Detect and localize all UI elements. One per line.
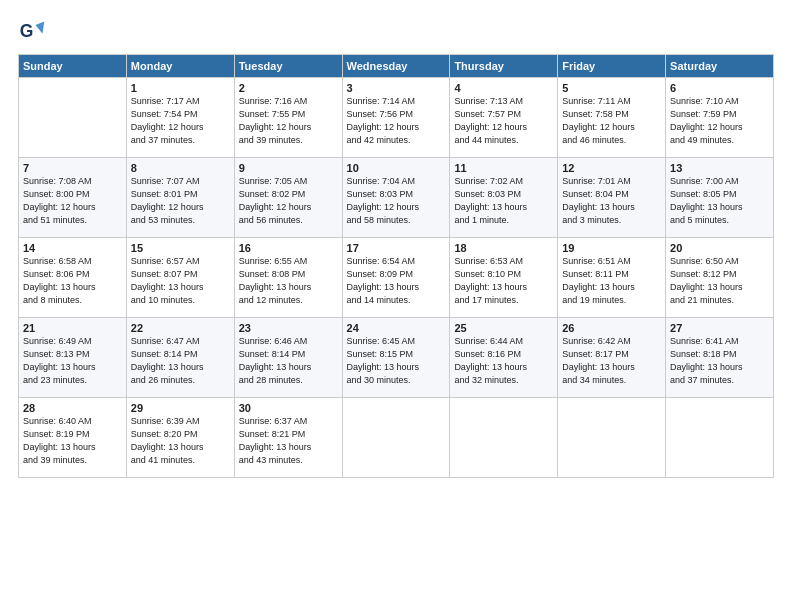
day-number: 22	[131, 322, 230, 334]
day-number: 12	[562, 162, 661, 174]
header-cell-saturday: Saturday	[666, 55, 774, 78]
day-number: 25	[454, 322, 553, 334]
svg-marker-1	[36, 22, 45, 34]
day-number: 26	[562, 322, 661, 334]
cell-info: Sunrise: 6:44 AM Sunset: 8:16 PM Dayligh…	[454, 335, 553, 387]
day-number: 29	[131, 402, 230, 414]
day-number: 23	[239, 322, 338, 334]
week-row-1: 1Sunrise: 7:17 AM Sunset: 7:54 PM Daylig…	[19, 78, 774, 158]
day-number: 6	[670, 82, 769, 94]
calendar-cell	[342, 398, 450, 478]
header-cell-wednesday: Wednesday	[342, 55, 450, 78]
cell-info: Sunrise: 6:39 AM Sunset: 8:20 PM Dayligh…	[131, 415, 230, 467]
cell-info: Sunrise: 6:46 AM Sunset: 8:14 PM Dayligh…	[239, 335, 338, 387]
header-cell-friday: Friday	[558, 55, 666, 78]
day-number: 2	[239, 82, 338, 94]
cell-info: Sunrise: 7:08 AM Sunset: 8:00 PM Dayligh…	[23, 175, 122, 227]
calendar-cell: 15Sunrise: 6:57 AM Sunset: 8:07 PM Dayli…	[126, 238, 234, 318]
cell-info: Sunrise: 7:01 AM Sunset: 8:04 PM Dayligh…	[562, 175, 661, 227]
header-cell-thursday: Thursday	[450, 55, 558, 78]
cell-info: Sunrise: 7:05 AM Sunset: 8:02 PM Dayligh…	[239, 175, 338, 227]
calendar-cell: 28Sunrise: 6:40 AM Sunset: 8:19 PM Dayli…	[19, 398, 127, 478]
cell-info: Sunrise: 7:07 AM Sunset: 8:01 PM Dayligh…	[131, 175, 230, 227]
day-number: 3	[347, 82, 446, 94]
svg-text:G: G	[20, 21, 34, 41]
cell-info: Sunrise: 6:40 AM Sunset: 8:19 PM Dayligh…	[23, 415, 122, 467]
calendar-cell: 17Sunrise: 6:54 AM Sunset: 8:09 PM Dayli…	[342, 238, 450, 318]
day-number: 13	[670, 162, 769, 174]
calendar-cell: 12Sunrise: 7:01 AM Sunset: 8:04 PM Dayli…	[558, 158, 666, 238]
calendar-cell: 16Sunrise: 6:55 AM Sunset: 8:08 PM Dayli…	[234, 238, 342, 318]
cell-info: Sunrise: 6:57 AM Sunset: 8:07 PM Dayligh…	[131, 255, 230, 307]
cell-info: Sunrise: 7:16 AM Sunset: 7:55 PM Dayligh…	[239, 95, 338, 147]
day-number: 10	[347, 162, 446, 174]
cell-info: Sunrise: 7:02 AM Sunset: 8:03 PM Dayligh…	[454, 175, 553, 227]
cell-info: Sunrise: 7:10 AM Sunset: 7:59 PM Dayligh…	[670, 95, 769, 147]
day-number: 8	[131, 162, 230, 174]
day-number: 9	[239, 162, 338, 174]
calendar-cell: 25Sunrise: 6:44 AM Sunset: 8:16 PM Dayli…	[450, 318, 558, 398]
cell-info: Sunrise: 6:49 AM Sunset: 8:13 PM Dayligh…	[23, 335, 122, 387]
calendar-cell: 18Sunrise: 6:53 AM Sunset: 8:10 PM Dayli…	[450, 238, 558, 318]
calendar-cell: 1Sunrise: 7:17 AM Sunset: 7:54 PM Daylig…	[126, 78, 234, 158]
calendar-cell: 5Sunrise: 7:11 AM Sunset: 7:58 PM Daylig…	[558, 78, 666, 158]
cell-info: Sunrise: 6:45 AM Sunset: 8:15 PM Dayligh…	[347, 335, 446, 387]
calendar-cell: 29Sunrise: 6:39 AM Sunset: 8:20 PM Dayli…	[126, 398, 234, 478]
calendar-cell: 13Sunrise: 7:00 AM Sunset: 8:05 PM Dayli…	[666, 158, 774, 238]
calendar-cell	[558, 398, 666, 478]
calendar-cell: 14Sunrise: 6:58 AM Sunset: 8:06 PM Dayli…	[19, 238, 127, 318]
cell-info: Sunrise: 6:54 AM Sunset: 8:09 PM Dayligh…	[347, 255, 446, 307]
calendar-cell: 30Sunrise: 6:37 AM Sunset: 8:21 PM Dayli…	[234, 398, 342, 478]
week-row-3: 14Sunrise: 6:58 AM Sunset: 8:06 PM Dayli…	[19, 238, 774, 318]
day-number: 16	[239, 242, 338, 254]
day-number: 17	[347, 242, 446, 254]
day-number: 30	[239, 402, 338, 414]
day-number: 27	[670, 322, 769, 334]
calendar-cell: 19Sunrise: 6:51 AM Sunset: 8:11 PM Dayli…	[558, 238, 666, 318]
cell-info: Sunrise: 6:55 AM Sunset: 8:08 PM Dayligh…	[239, 255, 338, 307]
cell-info: Sunrise: 6:51 AM Sunset: 8:11 PM Dayligh…	[562, 255, 661, 307]
calendar-table: SundayMondayTuesdayWednesdayThursdayFrid…	[18, 54, 774, 478]
cell-info: Sunrise: 7:17 AM Sunset: 7:54 PM Dayligh…	[131, 95, 230, 147]
calendar-cell: 21Sunrise: 6:49 AM Sunset: 8:13 PM Dayli…	[19, 318, 127, 398]
cell-info: Sunrise: 7:04 AM Sunset: 8:03 PM Dayligh…	[347, 175, 446, 227]
week-row-5: 28Sunrise: 6:40 AM Sunset: 8:19 PM Dayli…	[19, 398, 774, 478]
calendar-cell: 22Sunrise: 6:47 AM Sunset: 8:14 PM Dayli…	[126, 318, 234, 398]
calendar-cell: 8Sunrise: 7:07 AM Sunset: 8:01 PM Daylig…	[126, 158, 234, 238]
header-row: SundayMondayTuesdayWednesdayThursdayFrid…	[19, 55, 774, 78]
calendar-cell: 20Sunrise: 6:50 AM Sunset: 8:12 PM Dayli…	[666, 238, 774, 318]
calendar-cell: 7Sunrise: 7:08 AM Sunset: 8:00 PM Daylig…	[19, 158, 127, 238]
week-row-4: 21Sunrise: 6:49 AM Sunset: 8:13 PM Dayli…	[19, 318, 774, 398]
day-number: 4	[454, 82, 553, 94]
calendar-cell: 4Sunrise: 7:13 AM Sunset: 7:57 PM Daylig…	[450, 78, 558, 158]
calendar-cell: 2Sunrise: 7:16 AM Sunset: 7:55 PM Daylig…	[234, 78, 342, 158]
cell-info: Sunrise: 7:00 AM Sunset: 8:05 PM Dayligh…	[670, 175, 769, 227]
cell-info: Sunrise: 6:58 AM Sunset: 8:06 PM Dayligh…	[23, 255, 122, 307]
header-cell-sunday: Sunday	[19, 55, 127, 78]
calendar-cell: 11Sunrise: 7:02 AM Sunset: 8:03 PM Dayli…	[450, 158, 558, 238]
day-number: 5	[562, 82, 661, 94]
calendar-cell: 23Sunrise: 6:46 AM Sunset: 8:14 PM Dayli…	[234, 318, 342, 398]
header: G	[18, 18, 774, 46]
calendar-cell: 27Sunrise: 6:41 AM Sunset: 8:18 PM Dayli…	[666, 318, 774, 398]
logo: G	[18, 18, 50, 46]
header-cell-monday: Monday	[126, 55, 234, 78]
calendar-cell: 9Sunrise: 7:05 AM Sunset: 8:02 PM Daylig…	[234, 158, 342, 238]
day-number: 24	[347, 322, 446, 334]
header-cell-tuesday: Tuesday	[234, 55, 342, 78]
calendar-body: 1Sunrise: 7:17 AM Sunset: 7:54 PM Daylig…	[19, 78, 774, 478]
cell-info: Sunrise: 7:11 AM Sunset: 7:58 PM Dayligh…	[562, 95, 661, 147]
day-number: 20	[670, 242, 769, 254]
day-number: 15	[131, 242, 230, 254]
calendar-cell: 26Sunrise: 6:42 AM Sunset: 8:17 PM Dayli…	[558, 318, 666, 398]
calendar-cell: 24Sunrise: 6:45 AM Sunset: 8:15 PM Dayli…	[342, 318, 450, 398]
calendar-cell: 3Sunrise: 7:14 AM Sunset: 7:56 PM Daylig…	[342, 78, 450, 158]
day-number: 7	[23, 162, 122, 174]
week-row-2: 7Sunrise: 7:08 AM Sunset: 8:00 PM Daylig…	[19, 158, 774, 238]
cell-info: Sunrise: 7:14 AM Sunset: 7:56 PM Dayligh…	[347, 95, 446, 147]
day-number: 28	[23, 402, 122, 414]
cell-info: Sunrise: 6:53 AM Sunset: 8:10 PM Dayligh…	[454, 255, 553, 307]
calendar-header: SundayMondayTuesdayWednesdayThursdayFrid…	[19, 55, 774, 78]
day-number: 21	[23, 322, 122, 334]
day-number: 1	[131, 82, 230, 94]
